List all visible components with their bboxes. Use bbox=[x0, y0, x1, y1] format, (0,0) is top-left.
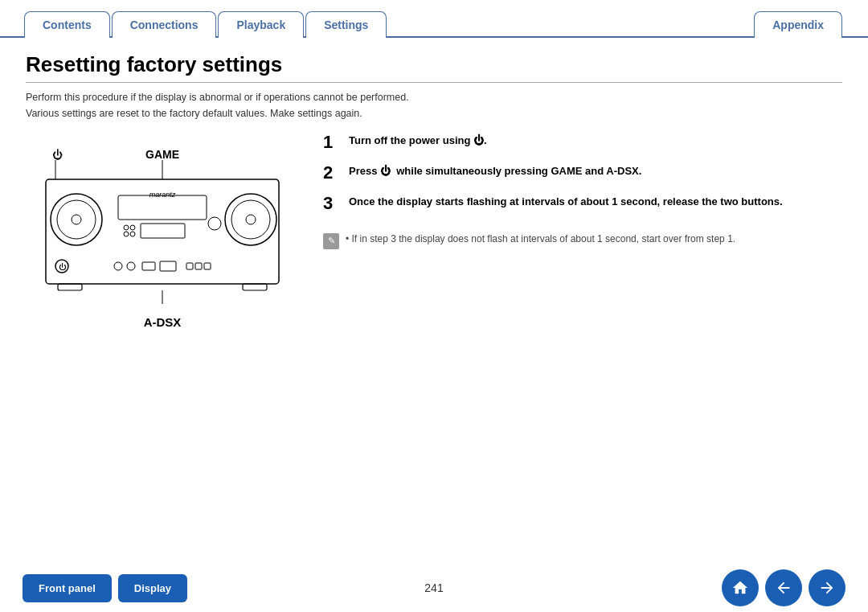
svg-point-14 bbox=[130, 225, 135, 230]
step-3-text: Once the display starts flashing at inte… bbox=[349, 194, 783, 210]
svg-point-16 bbox=[130, 232, 135, 236]
forward-button[interactable] bbox=[809, 569, 845, 606]
main-content: Resetting factory settings Perform this … bbox=[0, 38, 868, 329]
svg-rect-28 bbox=[58, 284, 82, 290]
device-svg: ⏻ GAME marantz bbox=[38, 147, 287, 310]
intro-line2: Various settings are reset to the factor… bbox=[26, 105, 842, 121]
display-button[interactable]: Display bbox=[118, 574, 187, 602]
tab-settings[interactable]: Settings bbox=[305, 11, 387, 38]
intro-text: Perform this procedure if the display is… bbox=[26, 89, 842, 121]
svg-point-10 bbox=[231, 200, 270, 239]
svg-text:marantz: marantz bbox=[149, 191, 176, 199]
svg-point-7 bbox=[57, 200, 96, 239]
svg-rect-25 bbox=[186, 263, 193, 269]
svg-rect-12 bbox=[118, 195, 207, 220]
page-number: 241 bbox=[424, 581, 443, 594]
tab-playback[interactable]: Playback bbox=[218, 11, 304, 38]
step-2-number: 2 bbox=[323, 163, 341, 183]
home-icon bbox=[731, 579, 749, 597]
svg-point-6 bbox=[51, 194, 102, 245]
svg-rect-24 bbox=[160, 261, 176, 271]
back-button[interactable] bbox=[765, 569, 802, 606]
nav-tabs: Contents Connections Playback Settings A… bbox=[0, 0, 868, 38]
device-illustration: ⏻ GAME marantz bbox=[26, 133, 299, 329]
step-2: 2 Press ⏻ while simultaneously pressing … bbox=[323, 163, 842, 183]
svg-point-11 bbox=[246, 215, 256, 224]
tab-appendix[interactable]: Appendix bbox=[754, 11, 842, 38]
svg-text:⏻: ⏻ bbox=[52, 149, 63, 161]
svg-point-21 bbox=[114, 262, 122, 270]
page-title: Resetting factory settings bbox=[26, 52, 842, 83]
tab-contents[interactable]: Contents bbox=[24, 11, 110, 38]
svg-rect-29 bbox=[243, 284, 267, 290]
svg-point-13 bbox=[124, 225, 129, 230]
svg-point-8 bbox=[72, 215, 81, 224]
back-icon bbox=[775, 579, 792, 597]
svg-rect-23 bbox=[142, 262, 155, 270]
svg-rect-27 bbox=[204, 263, 211, 269]
tab-connections[interactable]: Connections bbox=[112, 11, 217, 38]
step-1-text: Turn off the power using ⏻. bbox=[349, 133, 487, 149]
label-adsx: A-DSX bbox=[38, 315, 287, 329]
svg-text:⏻: ⏻ bbox=[59, 263, 67, 271]
step-1: 1 Turn off the power using ⏻. bbox=[323, 133, 842, 152]
intro-line1: Perform this procedure if the display is… bbox=[26, 89, 842, 105]
step-1-number: 1 bbox=[323, 133, 341, 152]
svg-text:GAME: GAME bbox=[145, 148, 179, 161]
note-text: • If in step 3 the display does not flas… bbox=[346, 232, 735, 247]
svg-rect-17 bbox=[141, 224, 185, 238]
svg-point-18 bbox=[208, 217, 221, 230]
device-container: ⏻ GAME marantz bbox=[38, 133, 287, 329]
note-icon: ✎ bbox=[323, 233, 339, 249]
step-3: 3 Once the display starts flashing at in… bbox=[323, 194, 842, 213]
front-panel-button[interactable]: Front panel bbox=[23, 574, 112, 602]
note-section: ✎ • If in step 3 the display does not fl… bbox=[323, 225, 842, 249]
home-button[interactable] bbox=[722, 569, 759, 606]
instructions: 1 Turn off the power using ⏻. 2 Press ⏻ … bbox=[323, 133, 842, 329]
two-col-layout: ⏻ GAME marantz bbox=[26, 133, 842, 329]
footer: Front panel Display 241 bbox=[0, 564, 868, 612]
svg-point-9 bbox=[225, 194, 276, 245]
svg-rect-26 bbox=[195, 263, 202, 269]
step-2-text: Press ⏻ while simultaneously pressing GA… bbox=[349, 163, 641, 179]
forward-icon bbox=[818, 579, 836, 597]
svg-point-22 bbox=[127, 262, 135, 270]
footer-nav-icons bbox=[722, 569, 845, 606]
step-3-number: 3 bbox=[323, 194, 341, 213]
svg-point-15 bbox=[124, 232, 129, 236]
